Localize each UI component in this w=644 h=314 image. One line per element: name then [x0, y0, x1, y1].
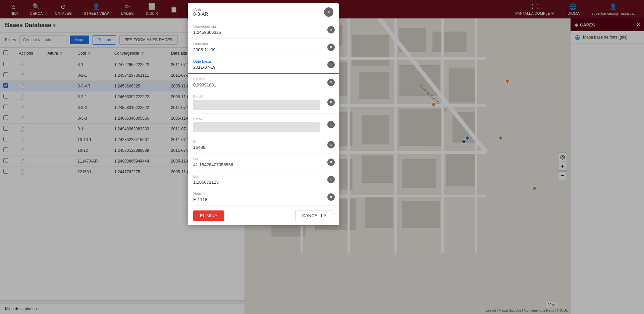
edit-modal: Codi 8-3-AR ✕ Convergència ✕ Data alta ✕… — [188, 3, 339, 225]
modal-field-escala: Escala ✕ — [188, 74, 339, 91]
field-input-id[interactable] — [193, 145, 333, 150]
modal-field-convergencia: Convergència ✕ — [188, 21, 339, 39]
clear-data-baixa-button[interactable]: ✕ — [327, 61, 335, 68]
cancella-button[interactable]: CANCEL·LA — [295, 210, 333, 221]
clear-id-button[interactable]: ✕ — [327, 141, 335, 148]
modal-field-lng: Lng ✕ — [188, 171, 339, 188]
clear-nom-button[interactable]: ✕ — [327, 193, 335, 201]
photo-placeholder-foto2 — [193, 122, 320, 132]
clear-data-alta-button[interactable]: ✕ — [327, 44, 335, 51]
photo-placeholder-foto1 — [193, 100, 320, 110]
field-input-lng[interactable] — [193, 180, 333, 185]
field-label-id: Id — [193, 139, 333, 143]
field-label-foto2: Foto2 — [193, 117, 333, 121]
field-input-data-alta[interactable] — [193, 47, 333, 52]
modal-field-foto2: Foto2 ✕ — [188, 114, 339, 136]
clear-convergencia-button[interactable]: ✕ — [327, 26, 335, 34]
field-input-convergencia[interactable] — [193, 30, 333, 35]
modal-body: Convergència ✕ Data alta ✕ Data baixa ✕ … — [188, 21, 339, 206]
field-label-lng: Lng — [193, 174, 333, 178]
modal-field-data-alta: Data alta ✕ — [188, 39, 339, 56]
clear-foto2-button[interactable]: ✕ — [327, 121, 335, 128]
clear-foto1-button[interactable]: ✕ — [327, 99, 335, 106]
elimina-button[interactable]: ELIMINA — [193, 210, 224, 221]
modal-header: Codi 8-3-AR ✕ — [188, 3, 339, 21]
modal-field-label: Codi — [193, 7, 208, 11]
clear-lng-button[interactable]: ✕ — [327, 176, 335, 183]
field-label-escala: Escala — [193, 77, 333, 81]
field-input-nom[interactable] — [193, 197, 333, 202]
field-label-foto1: Foto1 — [193, 95, 333, 99]
modal-field-id: Id ✕ — [188, 136, 339, 153]
field-input-data-baixa[interactable] — [193, 65, 333, 70]
field-input-lat[interactable] — [193, 162, 333, 167]
field-label-convergencia: Convergència — [193, 24, 333, 28]
field-label-lat: Lat — [193, 157, 333, 161]
modal-close-button[interactable]: ✕ — [324, 7, 333, 17]
modal-title-group: Codi 8-3-AR — [193, 7, 208, 17]
modal-field-lat: Lat ✕ — [188, 153, 339, 171]
field-label-data-baixa: Data baixa — [193, 59, 333, 63]
modal-field-value: 8-3-AR — [193, 11, 208, 17]
field-input-escala[interactable] — [193, 82, 333, 87]
clear-lat-button[interactable]: ✕ — [327, 159, 335, 166]
modal-field-foto1: Foto1 ✕ — [188, 91, 339, 114]
modal-field-data-baixa: Data baixa ✕ — [188, 56, 339, 74]
clear-escala-button[interactable]: ✕ — [327, 79, 335, 86]
field-label-nom: Nom — [193, 192, 333, 196]
modal-overlay: Codi 8-3-AR ✕ Convergència ✕ Data alta ✕… — [0, 0, 644, 314]
field-label-data-alta: Data alta — [193, 42, 333, 46]
modal-footer: ELIMINA CANCEL·LA — [188, 206, 339, 225]
modal-field-nom: Nom ✕ — [188, 188, 339, 206]
